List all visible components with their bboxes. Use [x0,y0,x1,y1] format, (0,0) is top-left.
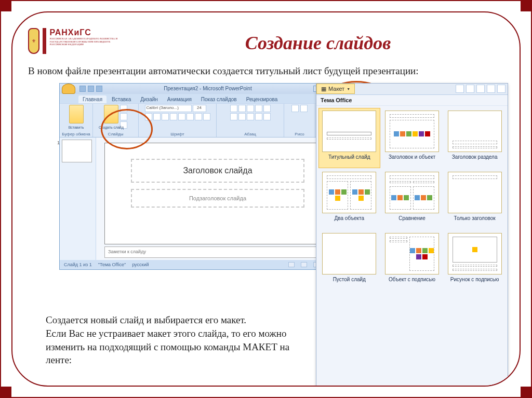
subtitle-placeholder[interactable]: Подзаголовок слайда [131,189,304,208]
toolbar-icon[interactable] [456,85,464,93]
tab-slideshow[interactable]: Показ слайдов [197,95,241,103]
view-normal-icon[interactable] [288,262,295,267]
tab-review[interactable]: Рецензирова [242,95,282,103]
layout-item-comparison[interactable]: Сравнение [381,169,443,229]
layout-item-title-content[interactable]: Заголовок и объект [381,108,443,168]
window-title: Презентация2 - Microsoft PowerPoint [102,86,313,91]
slide-outer-frame: ⚜ РАНХиГС РОССИЙСКАЯ АКАДЕМИЯ НАРОДНОГО … [0,0,532,398]
strike-button[interactable] [170,113,177,120]
layout-dropdown-button[interactable]: ▦ Макет ▼ [316,84,355,94]
group-paragraph-label: Абзац [244,132,256,137]
arrange-button[interactable] [300,105,308,112]
indent-inc-button[interactable] [255,105,262,112]
align-left-button[interactable] [230,113,237,120]
slide-thumbnails-panel[interactable]: 1 [60,138,96,260]
slide-canvas[interactable]: Заголовок слайда Подзаголовок слайда [104,143,331,244]
frame-corner [1,1,11,11]
outro-text: Создается новый слайд и выбирается его м… [46,313,316,367]
status-lang: русский [132,262,149,267]
logo-text-main: РАНХиГС [49,28,122,37]
font-color-button[interactable] [203,113,210,120]
group-slides-label: Слайды [108,132,124,137]
columns-button[interactable] [263,113,271,120]
layout-button[interactable] [120,105,127,112]
layout-item-two-content[interactable]: Два объекта [318,169,380,229]
slide-title: Создание слайдов [132,28,504,54]
ranepa-logo: ⚜ РАНХиГС РОССИЙСКАЯ АКАДЕМИЯ НАРОДНОГО … [28,28,122,54]
indent-dec-button[interactable] [247,105,254,112]
gallery-heading: Тема Office [316,95,508,106]
new-slide-button[interactable]: Создать слайд [104,105,118,123]
layout-item-section-header[interactable]: Заголовок раздела [444,108,506,168]
toolbar-icon[interactable] [466,85,474,93]
numbering-button[interactable] [238,105,246,112]
powerpoint-screenshot: Презентация2 - Microsoft PowerPoint Глав… [59,83,340,270]
group-clipboard-label: Буфер обмена [62,132,90,137]
tab-design[interactable]: Дизайн [136,95,162,103]
layout-item-blank[interactable]: Пустой слайд [318,230,380,291]
logo-emblem-icon: ⚜ [28,28,39,54]
toolbar-icon[interactable] [487,85,495,93]
ribbon-tabs[interactable]: Главная Вставка Дизайн Анимация Показ сл… [60,94,339,103]
case-button[interactable] [195,113,202,120]
frame-corner [521,1,531,11]
shape-button[interactable] [291,105,299,112]
group-font-label: Шрифт [170,132,184,137]
logo-block [43,28,47,54]
italic-button[interactable] [153,113,161,120]
reset-button[interactable] [120,113,127,120]
status-slide: Слайд 1 из 1 [64,262,92,267]
picture-icon [472,247,477,252]
layout-icon: ▦ [321,86,326,92]
justify-button[interactable] [255,113,262,120]
slide-content: ⚜ РАНХиГС РОССИЙСКАЯ АКАДЕМИЯ НАРОДНОГО … [11,11,521,387]
frame-corner [1,387,11,397]
title-placeholder[interactable]: Заголовок слайда [131,159,304,183]
tab-insert[interactable]: Вставка [108,95,135,103]
view-sorter-icon[interactable] [301,262,307,267]
layout-item-title-only[interactable]: Только заголовок [444,169,506,229]
tab-home[interactable]: Главная [78,95,107,103]
align-center-button[interactable] [238,113,246,120]
quick-access-toolbar[interactable] [79,86,102,92]
intro-text: В новом файле презентации автоматически … [28,64,485,78]
linespacing-button[interactable] [263,105,271,112]
tab-animation[interactable]: Анимация [163,95,196,103]
font-size-input[interactable]: 24 [193,105,206,112]
bullets-button[interactable] [230,105,237,112]
chevron-down-icon: ▼ [347,87,350,91]
paste-button[interactable]: Вставить [69,105,84,123]
layout-gallery-popup: ▦ Макет ▼ Тема Office Титульный слайд [316,83,508,387]
notes-pane[interactable]: Заметки к слайду [104,246,331,258]
bold-button[interactable] [145,113,152,120]
logo-text-sub: РОССИЙСКАЯ АКАДЕМИЯ НАРОДНОГО ХОЗЯЙСТВА … [49,37,122,46]
underline-button[interactable] [162,113,169,120]
layout-item-picture-caption[interactable]: Рисунок с подписью [444,230,506,291]
spacing-button[interactable] [187,113,194,120]
layout-item-content-caption[interactable]: Объект с подписью [381,230,443,291]
slide-thumb-1[interactable]: 1 [62,140,92,162]
group-draw-label: Рисо [295,132,304,137]
layout-item-title-slide[interactable]: Титульный слайд [318,108,380,168]
status-theme: "Тема Office" [98,262,126,267]
layout-button-label: Макет [328,86,344,92]
shadow-button[interactable] [178,113,185,120]
font-name-input[interactable]: Calibri (Заголо...) [145,105,192,112]
office-button-icon[interactable] [62,84,75,94]
frame-corner [521,387,531,397]
toolbar-icon[interactable] [497,85,506,93]
align-right-button[interactable] [247,113,254,120]
toolbar-icon[interactable] [476,85,485,93]
